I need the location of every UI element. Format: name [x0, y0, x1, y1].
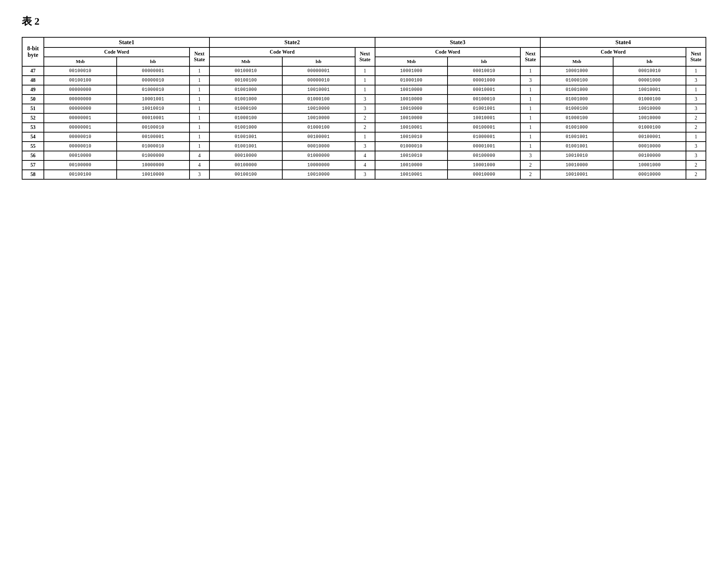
table-row: 55 00000010 01000010 1 01001001 00010000…: [22, 142, 706, 151]
cell-s2-ns: 3: [355, 142, 375, 151]
cell-s3-ns: 1: [520, 113, 540, 123]
header-state1: State1: [44, 37, 209, 47]
cell-s3-msb: 10010000: [375, 113, 448, 123]
cell-s3-msb: 10010010: [375, 132, 448, 142]
s3-codeword-header: Code Word: [375, 47, 521, 57]
cell-byte: 51: [22, 104, 44, 113]
cell-s4-msb: 01000100: [540, 76, 613, 85]
cell-s2-lsb: 01000100: [282, 95, 355, 104]
s1-codeword-header: Code Word: [44, 47, 190, 57]
cell-s2-ns: 2: [355, 123, 375, 132]
page-title: 表 2: [22, 14, 706, 28]
cell-s3-lsb: 00100010: [448, 95, 520, 104]
cell-s3-msb: 01000100: [375, 76, 448, 85]
cell-s1-ns: 1: [190, 95, 209, 104]
cell-s1-ns: 1: [190, 113, 209, 123]
s4-msb: Msb: [540, 57, 613, 66]
cell-s4-lsb: 00100001: [613, 132, 686, 142]
cell-s2-msb: 01001000: [209, 123, 282, 132]
cell-s2-ns: 1: [355, 85, 375, 95]
cell-s1-msb: 00000000: [44, 95, 117, 104]
cell-s4-ns: 2: [686, 160, 706, 170]
table-wrapper: 8-bit byte State1 State2 State3 State4 C…: [22, 37, 706, 180]
cell-s1-lsb: 01000010: [117, 142, 190, 151]
table-row: 52 00000001 00010001 1 01000100 10010000…: [22, 113, 706, 123]
cell-s4-msb: 10010001: [540, 170, 613, 179]
header-state4: State4: [540, 37, 706, 47]
cell-s4-lsb: 10010000: [613, 113, 686, 123]
cell-s2-lsb: 10010000: [282, 170, 355, 179]
main-table: 8-bit byte State1 State2 State3 State4 C…: [22, 37, 706, 180]
cell-s1-msb: 00100100: [44, 170, 117, 179]
cell-s2-ns: 4: [355, 160, 375, 170]
cell-s3-msb: 10010000: [375, 95, 448, 104]
cell-s3-lsb: 10010001: [448, 113, 520, 123]
cell-s2-lsb: 10010000: [282, 104, 355, 113]
s1-msb: Msb: [44, 57, 117, 66]
header-state2: State2: [209, 37, 375, 47]
cell-s2-ns: 2: [355, 113, 375, 123]
cell-s1-msb: 00000000: [44, 104, 117, 113]
cell-s3-ns: 1: [520, 85, 540, 95]
cell-s3-lsb: 10001000: [448, 160, 520, 170]
s3-lsb: lsb: [448, 57, 520, 66]
table-row: 49 00000000 01000010 1 01001000 10010001…: [22, 85, 706, 95]
s2-lsb: lsb: [282, 57, 355, 66]
cell-s4-lsb: 00010010: [613, 66, 686, 76]
s2-codeword-header: Code Word: [209, 47, 355, 57]
cell-s4-msb: 01001000: [540, 85, 613, 95]
cell-s4-lsb: 10001000: [613, 160, 686, 170]
table-row: 53 00000001 00100010 1 01001000 01000100…: [22, 123, 706, 132]
cell-s1-lsb: 10010000: [117, 170, 190, 179]
cell-s3-ns: 1: [520, 142, 540, 151]
cell-s3-ns: 1: [520, 104, 540, 113]
cell-s1-ns: 4: [190, 160, 209, 170]
cell-s4-msb: 01000100: [540, 104, 613, 113]
cell-s1-lsb: 00010001: [117, 113, 190, 123]
cell-byte: 48: [22, 76, 44, 85]
cell-s3-ns: 1: [520, 132, 540, 142]
cell-s1-lsb: 10010010: [117, 104, 190, 113]
cell-s2-lsb: 10010001: [282, 85, 355, 95]
cell-s1-msb: 00000001: [44, 113, 117, 123]
cell-s2-msb: 01000100: [209, 113, 282, 123]
cell-byte: 54: [22, 132, 44, 142]
cell-s3-msb: 10001000: [375, 66, 448, 76]
cell-s2-ns: 1: [355, 66, 375, 76]
cell-byte: 57: [22, 160, 44, 170]
cell-s4-lsb: 10010000: [613, 104, 686, 113]
cell-s1-lsb: 00000010: [117, 76, 190, 85]
cell-s4-lsb: 00100000: [613, 151, 686, 160]
cell-s1-lsb: 00000001: [117, 66, 190, 76]
cell-s4-lsb: 01000100: [613, 95, 686, 104]
cell-s1-msb: 00000010: [44, 142, 117, 151]
table-row: 56 00010000 01000000 4 00010000 01000000…: [22, 151, 706, 160]
table-row: 57 00100000 10000000 4 00100000 10000000…: [22, 160, 706, 170]
cell-s1-lsb: 00100010: [117, 123, 190, 132]
cell-s2-ns: 3: [355, 104, 375, 113]
s2-msb: Msb: [209, 57, 282, 66]
cell-s4-lsb: 00010000: [613, 170, 686, 179]
cell-s3-ns: 1: [520, 123, 540, 132]
s3-nextstate-header: Next State: [520, 47, 540, 66]
cell-s4-msb: 01001000: [540, 123, 613, 132]
cell-s2-lsb: 00000010: [282, 76, 355, 85]
cell-s1-ns: 1: [190, 66, 209, 76]
cell-s4-ns: 3: [686, 142, 706, 151]
cell-s4-msb: 10010000: [540, 160, 613, 170]
cell-s4-ns: 1: [686, 85, 706, 95]
cell-byte: 47: [22, 66, 44, 76]
cell-s2-lsb: 00100001: [282, 132, 355, 142]
cell-s4-ns: 3: [686, 76, 706, 85]
cell-s4-ns: 3: [686, 95, 706, 104]
cell-s4-msb: 10010010: [540, 151, 613, 160]
cell-s4-msb: 01001001: [540, 132, 613, 142]
cell-s3-msb: 10010001: [375, 170, 448, 179]
cell-s2-msb: 00100000: [209, 160, 282, 170]
cell-s3-msb: 10010010: [375, 151, 448, 160]
cell-s2-lsb: 10000000: [282, 160, 355, 170]
table-row: 58 00100100 10010000 3 00100100 10010000…: [22, 170, 706, 179]
table-row: 54 00000010 00100001 1 01001001 00100001…: [22, 132, 706, 142]
cell-s3-lsb: 00100001: [448, 123, 520, 132]
cell-s3-msb: 10010000: [375, 85, 448, 95]
